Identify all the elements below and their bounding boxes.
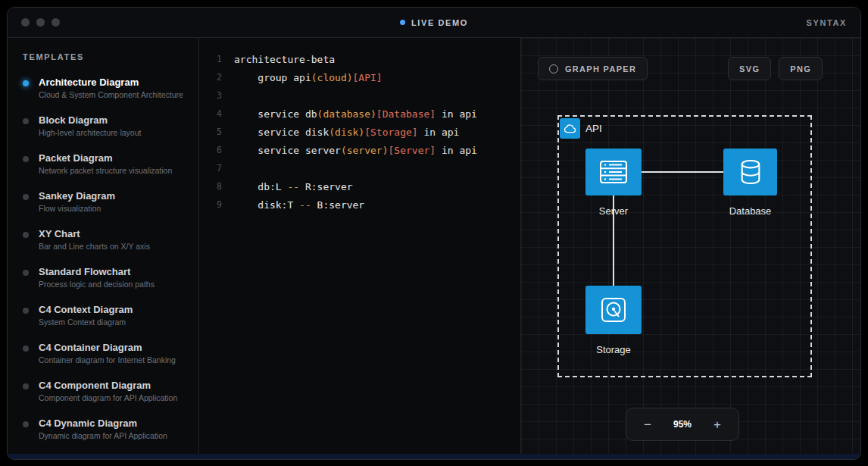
node-label-database: Database — [723, 205, 777, 217]
top-bar: LIVE DEMO SYNTAX — [8, 8, 860, 38]
cloud-icon — [560, 118, 580, 139]
sidebar-item-c4-dynamic-diagram[interactable]: C4 Dynamic DiagramDynamic diagram for AP… — [8, 412, 198, 450]
diagram-preview: GRAPH PAPER SVG PNG API — [521, 38, 860, 454]
syntax-link[interactable]: SYNTAX — [807, 18, 847, 27]
templates-sidebar: TEMPLATES Architecture DiagramCloud & Sy… — [8, 38, 199, 454]
zoom-control: − 95% + — [626, 408, 739, 441]
line-number: 3 — [199, 90, 234, 101]
code-text: service disk(disk)[Storage] in api — [234, 127, 459, 138]
live-demo-label: LIVE DEMO — [411, 18, 468, 27]
template-title: C4 Context Diagram — [39, 304, 133, 316]
template-desc: Network packet structure visualization — [39, 166, 172, 175]
line-number: 1 — [199, 54, 234, 64]
database-icon — [738, 158, 763, 186]
code-line: 2 group api(cloud)[API] — [199, 68, 520, 86]
template-title: C4 Component Diagram — [39, 380, 177, 392]
template-bullet-icon — [23, 194, 29, 200]
code-text: service db(database)[Database] in api — [234, 108, 477, 120]
template-bullet-icon — [23, 80, 29, 86]
api-group-badge: API — [560, 118, 602, 139]
code-text: group api(cloud)[API] — [234, 72, 382, 83]
node-storage[interactable] — [585, 286, 642, 334]
api-group-label: API — [585, 123, 602, 134]
export-svg-button[interactable]: SVG — [728, 57, 771, 80]
node-database[interactable] — [723, 149, 777, 195]
template-title: Architecture Diagram — [39, 77, 183, 89]
zoom-in-button[interactable]: + — [709, 418, 726, 432]
code-line: 1architecture-beta — [199, 50, 520, 68]
zoom-level: 95% — [673, 419, 692, 430]
zoom-out-button[interactable]: − — [639, 418, 656, 432]
template-list: Architecture DiagramCloud & System Compo… — [8, 71, 198, 454]
template-bullet-icon — [23, 421, 29, 427]
radio-circle-icon — [549, 64, 558, 73]
template-bullet-icon — [23, 383, 29, 389]
export-png-button[interactable]: PNG — [779, 57, 823, 80]
code-line: 9 disk:T -- B:server — [199, 195, 520, 214]
code-text: disk:T -- B:server — [234, 199, 364, 211]
window-dot-close-icon[interactable] — [21, 18, 30, 27]
code-line: 5 service disk(disk)[Storage] in api — [199, 123, 520, 141]
window-dot-minimize-icon[interactable] — [36, 18, 45, 27]
sidebar-item-packet-diagram[interactable]: Packet DiagramNetwork packet structure v… — [8, 147, 198, 185]
template-bullet-icon — [23, 270, 29, 276]
node-server[interactable] — [585, 149, 642, 195]
line-number: 7 — [199, 163, 234, 174]
code-text: db:L -- R:server — [234, 181, 353, 192]
code-line: 3 — [199, 86, 520, 105]
template-title: Sankey Diagram — [39, 190, 115, 202]
sidebar-item-c4-component-diagram[interactable]: C4 Component DiagramComponent diagram fo… — [8, 374, 198, 412]
graph-paper-label: GRAPH PAPER — [565, 64, 636, 73]
graph-paper-toggle[interactable]: GRAPH PAPER — [538, 57, 648, 80]
sidebar-item-xy-chart[interactable]: XY ChartBar and Line charts on X/Y axis — [8, 223, 198, 261]
code-line: 8 db:L -- R:server — [199, 177, 520, 195]
window-controls — [21, 18, 60, 27]
sidebar-item-standard-flowchart[interactable]: Standard FlowchartProcess logic and deci… — [8, 261, 198, 299]
template-title: C4 Dynamic Diagram — [39, 418, 167, 430]
sidebar-item-sankey-diagram[interactable]: Sankey DiagramFlow visualization — [8, 185, 198, 223]
sidebar-item-c4-context-diagram[interactable]: C4 Context DiagramSystem Context diagram — [8, 299, 198, 336]
template-title: Standard Flowchart — [39, 266, 155, 278]
template-desc: Process logic and decision paths — [39, 280, 155, 289]
main-area: TEMPLATES Architecture DiagramCloud & Sy… — [8, 38, 860, 454]
template-desc: Dynamic diagram for API Application — [39, 431, 167, 440]
template-title: Block Diagram — [39, 114, 141, 127]
template-desc: System Context diagram — [39, 317, 133, 327]
code-line: 7 — [199, 159, 520, 177]
template-desc: Cloud & System Component Architecture — [39, 90, 183, 99]
sidebar-item-block-diagram[interactable]: Block DiagramHigh-level architecture lay… — [8, 109, 198, 147]
template-title: C4 Container Diagram — [39, 342, 176, 354]
template-bullet-icon — [23, 308, 29, 314]
disk-icon — [600, 296, 627, 324]
code-editor[interactable]: 1architecture-beta2 group api(cloud)[API… — [199, 38, 521, 454]
code-text: architecture-beta — [234, 54, 335, 65]
edge-server-database — [642, 171, 723, 173]
sidebar-item-architecture-diagram[interactable]: Architecture DiagramCloud & System Compo… — [8, 71, 198, 109]
code-text: service server(server)[Server] in api — [234, 145, 477, 156]
template-desc: High-level architecture layout — [39, 128, 141, 137]
line-number: 9 — [199, 199, 234, 210]
template-title: XY Chart — [39, 228, 150, 240]
template-bullet-icon — [23, 232, 29, 238]
app-window: LIVE DEMO SYNTAX TEMPLATES Architecture … — [7, 7, 861, 460]
line-number: 6 — [199, 145, 234, 155]
template-desc: Bar and Line charts on X/Y axis — [39, 242, 150, 251]
templates-header: TEMPLATES — [8, 42, 198, 71]
sidebar-item-c4-container-diagram[interactable]: C4 Container DiagramContainer diagram fo… — [8, 336, 198, 374]
code-line: 6 service server(server)[Server] in api — [199, 141, 520, 159]
server-icon — [598, 159, 629, 185]
window-dot-maximize-icon[interactable] — [52, 18, 60, 27]
template-desc: Component diagram for API Application — [39, 393, 177, 402]
line-number: 5 — [199, 127, 234, 137]
line-number: 8 — [199, 181, 234, 192]
template-bullet-icon — [23, 346, 29, 352]
node-label-storage: Storage — [585, 344, 642, 355]
footer-bar — [8, 454, 860, 459]
template-title: Packet Diagram — [39, 152, 172, 164]
code-lines: 1architecture-beta2 group api(cloud)[API… — [199, 50, 520, 214]
live-demo-indicator: LIVE DEMO — [400, 18, 468, 27]
template-desc: Flow visualization — [39, 204, 115, 213]
template-bullet-icon — [23, 156, 29, 162]
code-line: 4 service db(database)[Database] in api — [199, 105, 520, 123]
node-label-server: Server — [585, 205, 642, 217]
